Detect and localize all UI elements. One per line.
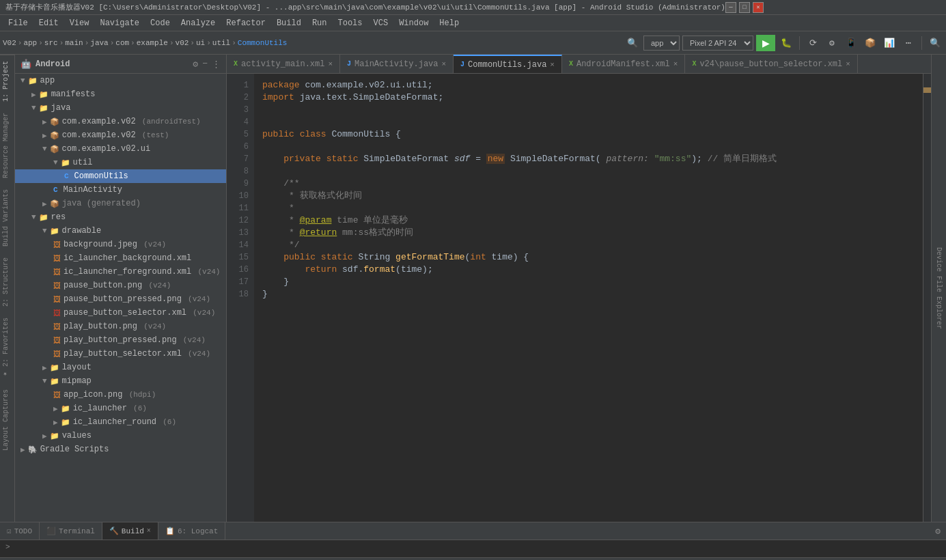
tree-item-bg-jpeg[interactable]: 🖼 background.jpeg (v24) — [15, 238, 226, 251]
minimize-button[interactable]: ─ — [725, 2, 736, 13]
tree-item-res[interactable]: ▼ 📁 res — [15, 210, 226, 224]
breadcrumb-util[interactable]: util — [212, 39, 230, 47]
device-file-explorer-label[interactable]: Device File Explorer — [933, 242, 945, 335]
menu-analyze[interactable]: Analyze — [176, 17, 221, 29]
tree-item-pause-selector[interactable]: 🖼 pause_button_selector.xml (v24) — [15, 306, 226, 320]
java-file-icon-mainactivity: C — [53, 186, 58, 194]
menu-tools[interactable]: Tools — [333, 17, 368, 29]
build-tab-build[interactable]: 🔨 Build × — [102, 522, 158, 540]
favorites-tab-btn[interactable]: ★ 2: Favorites — [0, 312, 14, 384]
tree-item-mainactivity[interactable]: C MainActivity — [15, 183, 226, 197]
tree-item-pause-btn[interactable]: 🖼 pause_button.png (v24) — [15, 279, 226, 292]
tree-item-play-btn-pressed[interactable]: 🖼 play_button_pressed.png (v24) — [15, 333, 226, 347]
tree-item-commonutils[interactable]: C CommonUtils — [15, 169, 226, 183]
tab-close-androidmanifest[interactable]: × — [673, 60, 678, 68]
avd-button[interactable]: 📱 — [843, 35, 859, 51]
menu-vcs[interactable]: VCS — [368, 17, 394, 29]
tree-item-ic-bg[interactable]: 🖼 ic_launcher_background.xml — [15, 251, 226, 265]
search-button[interactable]: 🔍 — [927, 35, 943, 51]
tree-item-java[interactable]: ▼ 📁 java — [15, 101, 226, 115]
menu-refactor[interactable]: Refactor — [221, 17, 271, 29]
tree-item-gradle[interactable]: ▶ 🐘 Gradle Scripts — [15, 443, 226, 456]
tree-item-ic-launcher[interactable]: ▶ 📁 ic_launcher (6) — [15, 402, 226, 415]
search-everywhere-btn[interactable]: 🔍 — [624, 35, 641, 51]
build-tab-close[interactable]: × — [147, 527, 151, 535]
panel-collapse-btn[interactable]: − — [202, 59, 208, 69]
build-tab-todo[interactable]: ☑ TODO — [0, 522, 40, 540]
menu-view[interactable]: View — [64, 17, 95, 29]
tree-item-mipmap[interactable]: ▼ 📁 mipmap — [15, 374, 226, 388]
tab-close-commonutils[interactable]: × — [550, 61, 555, 69]
debug-button[interactable]: 🐛 — [778, 35, 794, 51]
profiler-button[interactable]: 📊 — [881, 35, 898, 51]
tree-item-test[interactable]: ▶ 📦 com.example.v02 (test) — [15, 128, 226, 142]
sync-button[interactable]: ⟳ — [805, 35, 821, 51]
breadcrumb-v02[interactable]: V02 — [3, 39, 16, 47]
editor-scrollbar[interactable] — [923, 74, 931, 522]
tree-item-ic-fg[interactable]: 🖼 ic_launcher_foreground.xml (v24) — [15, 265, 226, 279]
tree-item-v02ui[interactable]: ▼ 📦 com.example.v02.ui — [15, 142, 226, 156]
tree-item-ic-launcher-round[interactable]: ▶ 📁 ic_launcher_round (6) — [15, 415, 226, 429]
tab-androidmanifest-xml[interactable]: X AndroidManifest.xml × — [562, 55, 685, 73]
more-tools-btn[interactable]: ⋯ — [900, 35, 917, 51]
expand-icon-drawable: ▼ — [42, 227, 47, 235]
tree-item-drawable[interactable]: ▼ 📁 drawable — [15, 224, 226, 238]
breadcrumb-main[interactable]: main — [65, 39, 83, 47]
breadcrumb-java[interactable]: java — [90, 39, 108, 47]
breadcrumb-src[interactable]: src — [44, 39, 58, 47]
tab-commonutils-java[interactable]: J CommonUtils.java × — [454, 55, 562, 73]
code-content[interactable]: package com.example.v02.ui.util; import … — [254, 74, 923, 522]
sdk-button[interactable]: 📦 — [862, 35, 878, 51]
build-tabs: ☑ TODO ⬛ Terminal 🔨 Build × 📋 6: Logcat … — [0, 522, 946, 540]
expand-icon-test: ▶ — [42, 131, 47, 140]
menu-file[interactable]: File — [3, 17, 33, 29]
tab-close-pause-selector[interactable]: × — [846, 60, 850, 68]
breadcrumb-example[interactable]: example — [137, 39, 168, 47]
breadcrumb-com[interactable]: com — [115, 39, 129, 47]
breadcrumb-v02b[interactable]: v02 — [176, 39, 189, 47]
tree-item-androidtest[interactable]: ▶ 📦 com.example.v02 (androidTest) — [15, 115, 226, 128]
close-button[interactable]: ✕ — [753, 2, 764, 13]
tree-item-util[interactable]: ▼ 📁 util — [15, 156, 226, 169]
menu-code[interactable]: Code — [145, 17, 176, 29]
tree-item-layout[interactable]: ▶ 📁 layout — [15, 361, 226, 374]
tab-close-activity-main[interactable]: × — [328, 60, 333, 68]
settings-button[interactable]: ⚙ — [824, 35, 840, 51]
menu-navigate[interactable]: Navigate — [94, 17, 145, 29]
layout-captures-tab-btn[interactable]: Layout Captures — [0, 384, 14, 456]
tree-item-app[interactable]: ▼ 📁 app — [15, 74, 226, 87]
build-tab-logcat[interactable]: 📋 6: Logcat — [158, 522, 225, 540]
tree-item-java-generated[interactable]: ▶ 📦 java (generated) — [15, 197, 226, 210]
menu-build[interactable]: Build — [271, 17, 307, 29]
tree-item-manifests[interactable]: ▶ 📁 manifests — [15, 87, 226, 101]
menu-window[interactable]: Window — [393, 17, 434, 29]
maximize-button[interactable]: □ — [739, 2, 750, 13]
panel-options-btn[interactable]: ⋮ — [212, 59, 221, 70]
tree-item-play-btn[interactable]: 🖼 play_button.png (v24) — [15, 320, 226, 333]
tab-activity-main-xml[interactable]: X activity_main.xml × — [227, 55, 340, 73]
build-settings-btn[interactable]: ⚙ — [935, 526, 941, 537]
tree-item-play-selector[interactable]: 🖼 play_button_selector.xml (v24) — [15, 347, 226, 361]
app-dropdown[interactable]: app — [643, 36, 680, 51]
project-tab-btn[interactable]: 1: Project — [0, 55, 14, 107]
menu-run[interactable]: Run — [307, 17, 333, 29]
tab-mainactivity-java[interactable]: J MainActivity.java × — [340, 55, 454, 73]
breadcrumb-ui[interactable]: ui — [196, 39, 205, 47]
build-variants-tab-btn[interactable]: Build Variants — [0, 184, 14, 252]
panel-settings-btn[interactable]: ⚙ — [193, 59, 198, 70]
breadcrumb-app[interactable]: app — [23, 39, 37, 47]
resource-manager-tab-btn[interactable]: Resource Manager — [0, 107, 14, 184]
run-button[interactable]: ▶ — [756, 35, 775, 51]
device-dropdown[interactable]: Pixel 2 API 24 — [682, 36, 753, 51]
menu-edit[interactable]: Edit — [33, 17, 64, 29]
structure-tab-btn[interactable]: 2: Structure — [0, 252, 14, 312]
tree-item-app-icon[interactable]: 🖼 app_icon.png (hdpi) — [15, 388, 226, 402]
menu-help[interactable]: Help — [434, 17, 464, 29]
tab-pause-selector-xml[interactable]: X v24\pause_button_selector.xml × — [685, 55, 857, 73]
build-tab-terminal[interactable]: ⬛ Terminal — [40, 522, 102, 540]
tree-item-values[interactable]: ▶ 📁 values — [15, 429, 226, 443]
breadcrumb-commonutils[interactable]: CommonUtils — [238, 39, 288, 47]
tree-label-pause-selector: pause_button_selector.xml (v24) — [64, 308, 215, 318]
tree-item-pause-btn-pressed[interactable]: 🖼 pause_button_pressed.png (v24) — [15, 292, 226, 306]
tab-close-mainactivity[interactable]: × — [441, 60, 446, 68]
